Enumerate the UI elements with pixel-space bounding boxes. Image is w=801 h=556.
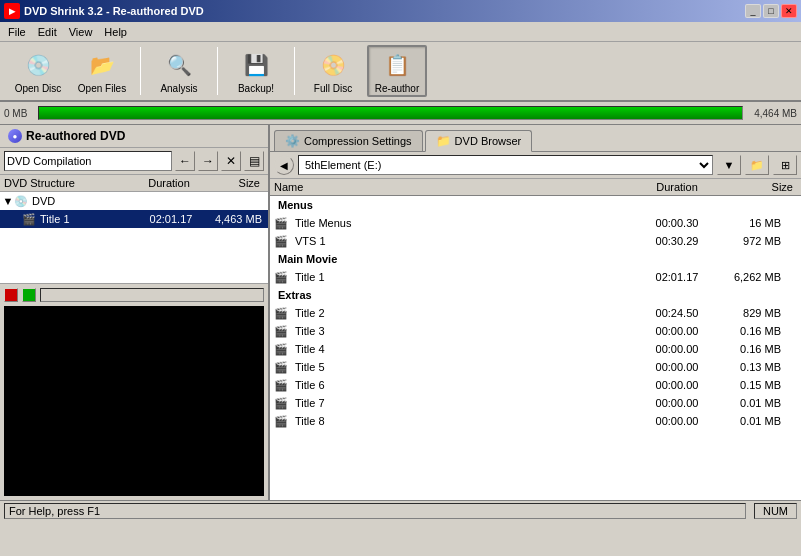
item-title8: Title 8 bbox=[295, 415, 637, 427]
section-extras: Extras bbox=[270, 286, 801, 304]
item-title4-dur: 00:00.00 bbox=[637, 343, 717, 355]
tab-compression[interactable]: ⚙️ Compression Settings bbox=[274, 130, 423, 151]
br-col-size: Size bbox=[717, 181, 797, 193]
browser-tab-label: DVD Browser bbox=[455, 135, 522, 147]
list-item[interactable]: 🎬 Title 5 00:00.00 0.13 MB bbox=[270, 358, 801, 376]
section-menus: Menus bbox=[270, 196, 801, 214]
list-item[interactable]: 🎬 VTS 1 00:30.29 972 MB bbox=[270, 232, 801, 250]
item-title-menus-size: 16 MB bbox=[717, 217, 797, 229]
browser-dropdown-btn[interactable]: ▼ bbox=[717, 155, 741, 175]
menu-bar: File Edit View Help bbox=[0, 22, 801, 42]
left-panel: ● Re-authored DVD ← → ✕ ▤ DVD Structure … bbox=[0, 125, 270, 500]
list-item[interactable]: 🎬 Title 3 00:00.00 0.16 MB bbox=[270, 322, 801, 340]
section-main-movie: Main Movie bbox=[270, 250, 801, 268]
browser-header: Name Duration Size bbox=[270, 179, 801, 196]
dvd-label: DVD bbox=[32, 195, 136, 207]
item-title5: Title 5 bbox=[295, 361, 637, 373]
title-bar-left: ▶ DVD Shrink 3.2 - Re-authored DVD bbox=[4, 3, 204, 19]
open-disc-icon: 💿 bbox=[22, 49, 54, 81]
move-left-button[interactable]: ← bbox=[175, 151, 195, 171]
toolbar: 💿 Open Disc 📂 Open Files 🔍 Analysis 💾 Ba… bbox=[0, 42, 801, 102]
item-title7: Title 7 bbox=[295, 397, 637, 409]
menu-help[interactable]: Help bbox=[98, 24, 133, 40]
close-button[interactable]: ✕ bbox=[781, 4, 797, 18]
item-title5-size: 0.13 MB bbox=[717, 361, 797, 373]
backup-label: Backup! bbox=[238, 83, 274, 94]
menu-view[interactable]: View bbox=[63, 24, 99, 40]
item-title3-size: 0.16 MB bbox=[717, 325, 797, 337]
list-item[interactable]: 🎬 Title Menus 00:00.30 16 MB bbox=[270, 214, 801, 232]
open-files-icon: 📂 bbox=[86, 49, 118, 81]
menu-button[interactable]: ▤ bbox=[244, 151, 264, 171]
minimize-button[interactable]: _ bbox=[745, 4, 761, 18]
progress-label-left: 0 MB bbox=[4, 108, 34, 119]
extra-icon-7: 🎬 bbox=[274, 397, 292, 410]
stop-button[interactable] bbox=[4, 288, 18, 302]
menu-icon-1: 🎬 bbox=[274, 217, 292, 230]
progress-label-right: 4,464 MB bbox=[747, 108, 797, 119]
tree-row-dvd[interactable]: ▼ 💿 DVD bbox=[0, 192, 268, 210]
browser-table: Name Duration Size Menus 🎬 Title Menus 0… bbox=[270, 179, 801, 500]
play-button[interactable] bbox=[22, 288, 36, 302]
tree-col-structure: DVD Structure bbox=[4, 177, 134, 189]
tree-body: ▼ 💿 DVD 🎬 Title 1 02:01.17 4,463 MB bbox=[0, 192, 268, 283]
status-bar: For Help, press F1 NUM bbox=[0, 500, 801, 520]
menu-file[interactable]: File bbox=[2, 24, 32, 40]
open-disc-button[interactable]: 💿 Open Disc bbox=[8, 45, 68, 97]
backup-button[interactable]: 💾 Backup! bbox=[226, 45, 286, 97]
re-author-button[interactable]: 📋 Re-author bbox=[367, 45, 427, 97]
item-title1-size: 6,262 MB bbox=[717, 271, 797, 283]
list-item[interactable]: 🎬 Title 8 00:00.00 0.01 MB bbox=[270, 412, 801, 430]
title1-duration: 02:01.17 bbox=[136, 213, 206, 225]
move-right-button[interactable]: → bbox=[198, 151, 218, 171]
toolbar-separator-3 bbox=[294, 47, 295, 95]
title-tree-icon: 🎬 bbox=[22, 213, 38, 226]
item-vts1-size: 972 MB bbox=[717, 235, 797, 247]
browser-folder-btn[interactable]: 📁 bbox=[745, 155, 769, 175]
position-slider[interactable] bbox=[40, 288, 264, 302]
browser-toolbar: ◀ 5thElement (E:) ▼ 📁 ⊞ bbox=[270, 152, 801, 179]
tabs-bar: ⚙️ Compression Settings 📁 DVD Browser bbox=[270, 125, 801, 152]
title1-size: 4,463 MB bbox=[206, 213, 266, 225]
item-title1-dur: 02:01.17 bbox=[637, 271, 717, 283]
list-item[interactable]: 🎬 Title 6 00:00.00 0.15 MB bbox=[270, 376, 801, 394]
tree-row-title1[interactable]: 🎬 Title 1 02:01.17 4,463 MB bbox=[0, 210, 268, 228]
item-title5-dur: 00:00.00 bbox=[637, 361, 717, 373]
item-title7-dur: 00:00.00 bbox=[637, 397, 717, 409]
list-item[interactable]: 🎬 Title 1 02:01.17 6,262 MB bbox=[270, 268, 801, 286]
tree-header: DVD Structure Duration Size bbox=[0, 175, 268, 192]
dvd-combo[interactable] bbox=[4, 151, 172, 171]
list-item[interactable]: 🎬 Title 7 00:00.00 0.01 MB bbox=[270, 394, 801, 412]
item-title3: Title 3 bbox=[295, 325, 637, 337]
item-title8-size: 0.01 MB bbox=[717, 415, 797, 427]
tab-browser[interactable]: 📁 DVD Browser bbox=[425, 130, 533, 152]
analysis-label: Analysis bbox=[160, 83, 197, 94]
maximize-button[interactable]: □ bbox=[763, 4, 779, 18]
extra-icon-2: 🎬 bbox=[274, 307, 292, 320]
toolbar-separator-2 bbox=[217, 47, 218, 95]
status-num: NUM bbox=[754, 503, 797, 519]
item-vts1-dur: 00:30.29 bbox=[637, 235, 717, 247]
open-files-button[interactable]: 📂 Open Files bbox=[72, 45, 132, 97]
br-col-duration: Duration bbox=[637, 181, 717, 193]
analysis-button[interactable]: 🔍 Analysis bbox=[149, 45, 209, 97]
browser-view-btn[interactable]: ⊞ bbox=[773, 155, 797, 175]
title-bar: ▶ DVD Shrink 3.2 - Re-authored DVD _ □ ✕ bbox=[0, 0, 801, 22]
item-title3-dur: 00:00.00 bbox=[637, 325, 717, 337]
list-item[interactable]: 🎬 Title 4 00:00.00 0.16 MB bbox=[270, 340, 801, 358]
menu-edit[interactable]: Edit bbox=[32, 24, 63, 40]
item-title-menus: Title Menus bbox=[295, 217, 637, 229]
item-title6: Title 6 bbox=[295, 379, 637, 391]
extra-icon-3: 🎬 bbox=[274, 325, 292, 338]
delete-button[interactable]: ✕ bbox=[221, 151, 241, 171]
re-author-icon: 📋 bbox=[381, 49, 413, 81]
browser-back-button[interactable]: ◀ bbox=[274, 155, 294, 175]
drive-selector[interactable]: 5thElement (E:) bbox=[298, 155, 713, 175]
video-screen bbox=[4, 306, 264, 496]
menu-icon-2: 🎬 bbox=[274, 235, 292, 248]
title1-label: Title 1 bbox=[40, 213, 136, 225]
full-disc-button[interactable]: 📀 Full Disc bbox=[303, 45, 363, 97]
list-item[interactable]: 🎬 Title 2 00:24.50 829 MB bbox=[270, 304, 801, 322]
toolbar-separator-1 bbox=[140, 47, 141, 95]
progress-area: 0 MB 4,464 MB bbox=[0, 102, 801, 124]
